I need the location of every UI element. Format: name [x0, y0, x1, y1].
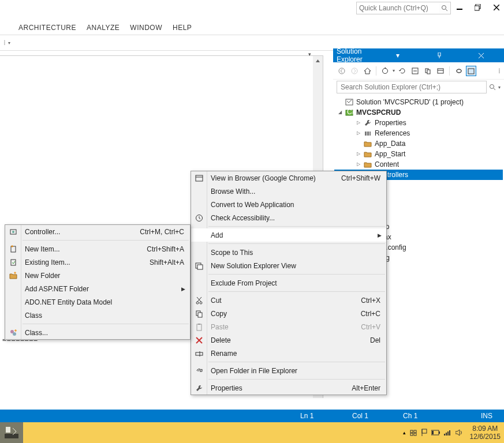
menu-analyze[interactable]: ANALYZE: [87, 24, 120, 32]
menu-item[interactable]: Existing Item...Shift+Alt+A: [5, 256, 190, 269]
menu-item[interactable]: Add▶: [191, 228, 386, 242]
menu-item[interactable]: CutCtrl+X: [191, 294, 386, 307]
close-icon[interactable]: [462, 51, 501, 59]
expand-icon[interactable]: [355, 140, 362, 147]
tree-item[interactable]: ▷References: [334, 128, 503, 138]
dropdown-icon[interactable]: ▾: [379, 51, 417, 59]
network-icon[interactable]: [444, 429, 452, 436]
solution-explorer-title[interactable]: Solution Explorer ▾: [333, 48, 504, 62]
svg-rect-44: [198, 324, 200, 325]
properties-icon[interactable]: [453, 66, 464, 76]
menu-item[interactable]: Rename: [191, 347, 386, 360]
show-all-files-icon[interactable]: [423, 66, 433, 76]
menu-item[interactable]: Class...: [5, 326, 190, 339]
menu-window[interactable]: WINDOW: [130, 24, 162, 32]
menu-item[interactable]: PropertiesAlt+Enter: [191, 381, 386, 395]
battery-icon[interactable]: [431, 430, 440, 436]
svg-rect-54: [11, 260, 16, 265]
svg-rect-67: [422, 429, 427, 433]
status-ins[interactable]: INS: [481, 412, 492, 420]
quick-launch[interactable]: [356, 2, 451, 14]
svg-marker-76: [456, 430, 460, 436]
tree-item[interactable]: ▷Content: [334, 159, 503, 170]
search-dropdown-icon[interactable]: ▾: [498, 85, 501, 90]
tree-item[interactable]: ▷Properties: [334, 118, 503, 128]
menu-item[interactable]: Add ASP.NET Folder▶: [5, 282, 190, 295]
svg-point-0: [442, 6, 446, 10]
minimize-button[interactable]: [456, 3, 464, 12]
menu-item[interactable]: ADO.NET Entity Data Model: [5, 295, 190, 309]
expand-icon[interactable]: ▷: [355, 161, 362, 168]
menu-item[interactable]: Class: [5, 309, 190, 322]
view-code-icon[interactable]: [466, 66, 476, 76]
back-icon[interactable]: [337, 66, 347, 76]
toolbar-dropdown-icon[interactable]: ▾: [8, 40, 10, 46]
overflow-icon[interactable]: ⁞: [498, 67, 501, 75]
cut-icon: [194, 296, 204, 305]
svg-rect-30: [367, 132, 369, 136]
menu-item[interactable]: Scope to This: [191, 246, 386, 259]
preview-icon[interactable]: [435, 66, 446, 76]
menu-item[interactable]: DeleteDel: [191, 333, 386, 347]
editor-tab-caret-icon[interactable]: ▾: [308, 51, 311, 57]
class-icon: [8, 329, 18, 337]
svg-rect-72: [444, 434, 445, 436]
forward-icon[interactable]: [349, 66, 360, 76]
show-hidden-icon[interactable]: ▴: [403, 430, 406, 436]
onedrive-icon[interactable]: [409, 429, 417, 437]
menu-label: Open Folder in File Explorer: [211, 367, 297, 375]
volume-icon[interactable]: [456, 429, 464, 436]
svg-rect-20: [427, 70, 430, 74]
menu-label: Rename: [211, 350, 237, 358]
refresh-icon[interactable]: [397, 66, 408, 76]
pin-icon[interactable]: [420, 51, 459, 59]
restore-button[interactable]: [474, 3, 482, 12]
menu-help[interactable]: HELP: [173, 24, 192, 32]
expand-icon[interactable]: ▷: [355, 151, 362, 157]
taskbar[interactable]: ▴ 8:09 AM 12/6/2015: [0, 422, 504, 443]
tree-item[interactable]: ◢C#MVCSPCRUD: [334, 107, 503, 118]
expand-icon[interactable]: ▷: [355, 119, 362, 126]
toolbar-grip-icon[interactable]: ⁞: [3, 39, 6, 47]
tree-item[interactable]: ▷App_Start: [334, 149, 503, 159]
svg-point-58: [13, 332, 16, 336]
menu-item[interactable]: Browse With...: [191, 185, 386, 198]
expand-icon[interactable]: ◢: [337, 109, 344, 116]
system-tray[interactable]: ▴: [403, 429, 464, 437]
menu-item[interactable]: View in Browser (Google Chrome)Ctrl+Shif…: [191, 171, 386, 185]
submenu-arrow-icon: ▶: [378, 232, 382, 238]
menu-item[interactable]: PasteCtrl+V: [191, 320, 386, 333]
menu-item[interactable]: Check Accessibility...: [191, 211, 386, 224]
menu-item[interactable]: Exclude From Project: [191, 276, 386, 290]
expand-icon[interactable]: [337, 99, 344, 106]
menu-item[interactable]: New Folder: [5, 269, 190, 282]
scroll-up-icon[interactable]: [313, 56, 323, 66]
search-icon[interactable]: [489, 84, 496, 91]
sync-icon[interactable]: [380, 66, 390, 76]
tree-item[interactable]: Solution 'MVCSPCRUD' (1 project): [334, 97, 503, 107]
solution-explorer-search[interactable]: ▾: [333, 80, 504, 95]
menu-item[interactable]: New Solution Explorer View: [191, 259, 386, 272]
menu-item[interactable]: CopyCtrl+C: [191, 307, 386, 320]
context-menu[interactable]: View in Browser (Google Chrome)Ctrl+Shif…: [191, 171, 387, 395]
tree-label: Properties: [374, 118, 407, 128]
svg-rect-75: [449, 430, 450, 436]
collapse-icon[interactable]: [410, 66, 420, 76]
quick-launch-input[interactable]: [357, 3, 439, 13]
search-input[interactable]: [337, 81, 487, 93]
menu-item[interactable]: Controller...Ctrl+M, Ctrl+C: [5, 225, 190, 238]
menu-architecture[interactable]: ARCHITECTURE: [18, 24, 76, 32]
tree-item[interactable]: App_Data: [334, 138, 503, 149]
tree-label: MVCSPCRUD: [356, 107, 401, 118]
menu-item[interactable]: New Item...Ctrl+Shift+A: [5, 242, 190, 256]
close-button[interactable]: [492, 3, 501, 12]
home-icon[interactable]: [362, 66, 372, 76]
flag-icon[interactable]: [421, 429, 428, 437]
expand-icon[interactable]: ▷: [355, 130, 362, 137]
add-submenu[interactable]: Controller...Ctrl+M, Ctrl+CNew Item...Ct…: [5, 224, 191, 340]
taskbar-app-vs[interactable]: [0, 422, 23, 443]
controller-icon: [8, 228, 18, 236]
menu-item[interactable]: Convert to Web Application: [191, 198, 386, 211]
clock[interactable]: 8:09 AM 12/6/2015: [470, 425, 501, 441]
menu-item[interactable]: Open Folder in File Explorer: [191, 364, 386, 377]
